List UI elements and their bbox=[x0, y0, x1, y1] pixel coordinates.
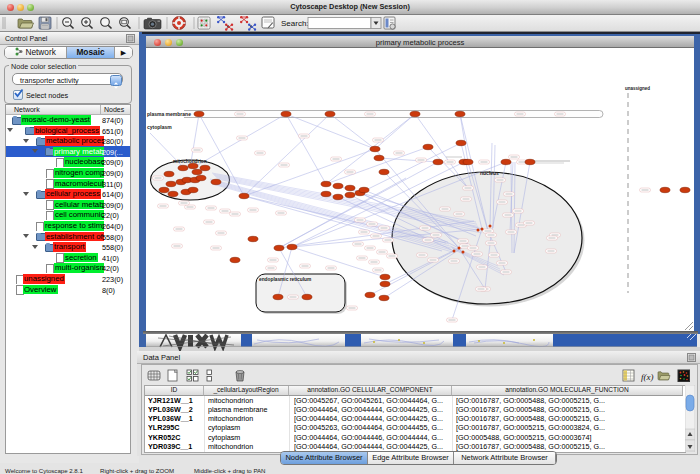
svg-text:plasma membrane: plasma membrane bbox=[147, 111, 191, 117]
svg-text:f(x): f(x) bbox=[641, 372, 654, 382]
svg-text:endoplasmic reticulum: endoplasmic reticulum bbox=[259, 277, 311, 282]
svg-text:cytoplasm: cytoplasm bbox=[147, 124, 172, 130]
svg-text:mitochondrion: mitochondrion bbox=[173, 159, 207, 164]
svg-text:nucleus: nucleus bbox=[480, 170, 499, 176]
svg-text:Search:: Search: bbox=[281, 19, 309, 28]
svg-text:unassigned: unassigned bbox=[625, 86, 650, 91]
